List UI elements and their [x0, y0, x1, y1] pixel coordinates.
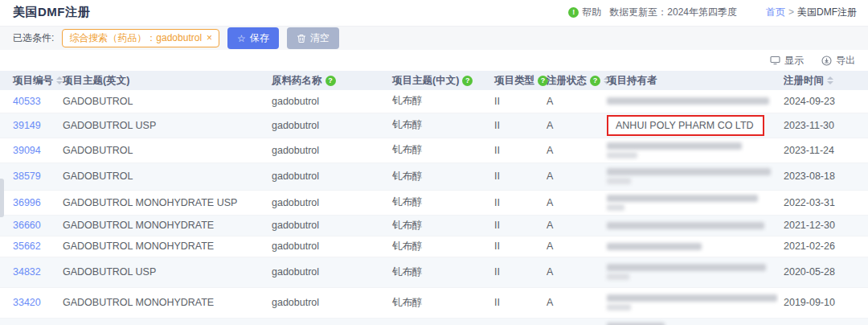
breadcrumb: 首页 > 美国DMF注册	[766, 6, 857, 19]
sort-reg-date[interactable]	[827, 76, 833, 84]
api-name-help-icon[interactable]: ?	[326, 76, 336, 86]
api-cell: gadobutrol	[267, 113, 387, 138]
date-cell: 2023-08-18	[779, 162, 868, 190]
side-drawer-handle[interactable]	[0, 179, 4, 217]
holder-redacted-cell	[602, 90, 779, 113]
date-cell: 1998-07-07	[779, 318, 868, 325]
table-row: 39149 GADOBUTROL USP gadobutrol 钆布醇 II A…	[0, 113, 868, 138]
export-label: 导出	[836, 54, 855, 68]
subject-cn-cell: 钆布醇	[387, 113, 489, 138]
holder-highlight-box: ANHUI POLY PHARM CO LTD	[607, 115, 764, 136]
monitor-icon	[770, 56, 780, 65]
api-cell: gadobutrol	[267, 287, 387, 318]
col-project-no: 项目编号	[13, 74, 53, 88]
status-cell: A	[542, 287, 602, 318]
top-bar: 美国DMF注册 ! 帮助 数据更新至：2024年第四季度 首页 > 美国DMF注…	[0, 0, 868, 24]
dmf-table: 项目编号 项目主题(英文) 原料药名称? 项目主题(中文)? 项目类型? 注册状…	[0, 71, 868, 325]
help-label: 帮助	[582, 6, 601, 19]
table-row: 34832 GADOBUTROL USP gadobutrol 钆布醇 II A…	[0, 257, 868, 287]
date-cell: 2021-02-26	[779, 236, 868, 257]
type-cell: II	[489, 113, 542, 138]
sort-project-no[interactable]	[56, 76, 63, 84]
status-cell: A	[542, 113, 602, 138]
subject-cn-cell: 钆布醇	[387, 215, 489, 236]
col-reg-date: 注册时间	[784, 74, 824, 88]
filter-tag-gadobutrol[interactable]: 综合搜索（药品）：gadobutrol ×	[62, 29, 219, 47]
table-row: 13061 GADOBUTROL gadobutrol 钆布醇 II A 199…	[0, 318, 868, 325]
trash-icon	[297, 34, 306, 43]
holder-redacted-cell	[602, 236, 779, 257]
subject-en-cell: GADOBUTROL USP	[58, 257, 267, 287]
table-row: 38579 GADOBUTROL gadobutrol 钆布醇 II A 202…	[0, 162, 868, 190]
date-cell: 2022-03-31	[779, 190, 868, 215]
project-no-link[interactable]: 35662	[13, 241, 41, 252]
type-cell: II	[489, 287, 542, 318]
subject-en-cell: GADOBUTROL	[58, 90, 267, 113]
subject-cn-cell: 钆布醇	[387, 318, 489, 325]
subject-en-cell: GADOBUTROL MONOHYDRATE USP	[58, 190, 267, 215]
subject-en-cell: GADOBUTROL USP	[58, 113, 267, 138]
data-updated-text: 数据更新至：2024年第四季度	[609, 6, 737, 19]
export-button[interactable]: 导出	[821, 54, 855, 68]
date-cell: 2019-09-10	[779, 287, 868, 318]
us-dmf-registration-page: 美国DMF注册 ! 帮助 数据更新至：2024年第四季度 首页 > 美国DMF注…	[0, 0, 868, 325]
holder-redacted-cell	[602, 190, 779, 215]
status-cell: A	[542, 236, 602, 257]
breadcrumb-home-link[interactable]: 首页	[766, 6, 785, 19]
holder-redacted-cell	[602, 287, 779, 318]
date-cell: 2023-11-24	[779, 138, 868, 162]
table-row: 36996 GADOBUTROL MONOHYDRATE USP gadobut…	[0, 190, 868, 215]
status-cell: A	[542, 318, 602, 325]
subject-en-cell: GADOBUTROL	[58, 318, 267, 325]
subject-en-cell: GADOBUTROL	[58, 162, 267, 190]
reg-status-help-icon[interactable]: ?	[590, 76, 600, 86]
holder-redacted-cell	[602, 215, 779, 236]
project-no-link[interactable]: 36996	[13, 197, 41, 208]
subject-cn-cell: 钆布醇	[387, 90, 489, 113]
filter-tag-close-icon[interactable]: ×	[207, 32, 212, 43]
status-cell: A	[542, 138, 602, 162]
project-no-link[interactable]: 36660	[13, 220, 41, 231]
top-bar-right: ! 帮助 数据更新至：2024年第四季度 首页 > 美国DMF注册	[568, 6, 857, 19]
help-link[interactable]: ! 帮助	[568, 6, 601, 19]
clear-button[interactable]: 清空	[287, 27, 339, 49]
date-cell: 2023-11-30	[779, 113, 868, 138]
type-cell: II	[489, 257, 542, 287]
holder-cell: ANHUI POLY PHARM CO LTD	[602, 113, 779, 138]
api-cell: gadobutrol	[267, 215, 387, 236]
subject-cn-cell: 钆布醇	[387, 190, 489, 215]
filter-bar: 已选条件: 综合搜索（药品）：gadobutrol × ☆ 保存 清空	[0, 26, 868, 50]
breadcrumb-separator: >	[788, 6, 794, 18]
col-subject-cn: 项目主题(中文)	[392, 74, 459, 88]
project-no-link[interactable]: 34832	[13, 266, 41, 278]
project-no-link[interactable]: 40533	[13, 96, 41, 107]
project-no-link[interactable]: 38579	[13, 171, 41, 182]
api-cell: gadobutrol	[267, 162, 387, 190]
col-project-type: 项目类型	[494, 74, 534, 88]
filter-tag-text: 综合搜索（药品）：gadobutrol	[69, 32, 202, 43]
star-icon: ☆	[237, 33, 246, 44]
api-cell: gadobutrol	[267, 190, 387, 215]
status-cell: A	[542, 162, 602, 190]
status-cell: A	[542, 215, 602, 236]
holder-redacted-cell	[602, 162, 779, 190]
col-subject-en: 项目主题(英文)	[63, 74, 129, 88]
api-cell: gadobutrol	[267, 318, 387, 325]
project-no-link[interactable]: 33420	[13, 297, 41, 308]
api-cell: gadobutrol	[267, 257, 387, 287]
project-no-link[interactable]: 39149	[13, 120, 41, 131]
display-columns-button[interactable]: 显示	[770, 54, 804, 68]
project-no-link[interactable]: 39094	[13, 145, 41, 156]
save-button[interactable]: ☆ 保存	[227, 27, 279, 49]
api-cell: gadobutrol	[267, 236, 387, 257]
subject-en-cell: GADOBUTROL MONOHYDRATE	[58, 287, 267, 318]
date-cell: 2021-12-30	[779, 215, 868, 236]
type-cell: II	[489, 236, 542, 257]
subject-cn-cell: 钆布醇	[387, 287, 489, 318]
type-cell: II	[489, 162, 542, 190]
table-header-row: 项目编号 项目主题(英文) 原料药名称? 项目主题(中文)? 项目类型? 注册状…	[0, 71, 868, 90]
subject-cn-help-icon[interactable]: ?	[462, 76, 473, 86]
subject-cn-cell: 钆布醇	[387, 138, 489, 162]
status-cell: A	[542, 90, 602, 113]
type-cell: II	[489, 318, 542, 325]
